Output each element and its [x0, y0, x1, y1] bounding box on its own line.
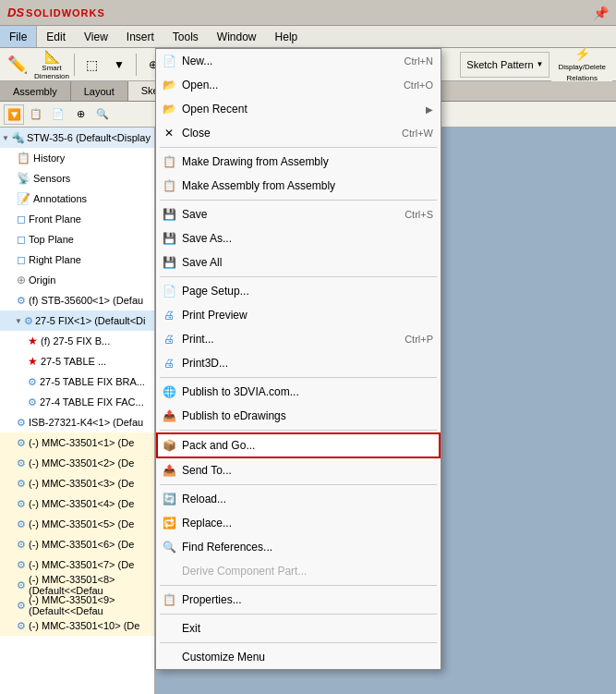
menu-help[interactable]: Help: [266, 26, 308, 47]
menu-send-to[interactable]: 📤 Send To...: [156, 458, 441, 482]
menu-new[interactable]: 📄 New... Ctrl+N: [156, 49, 441, 73]
menu-open-recent[interactable]: 📂 Open Recent ▶: [156, 97, 441, 121]
make-drawing-icon: 📋: [160, 155, 178, 168]
tb-btn-3[interactable]: ▼: [106, 52, 132, 78]
tree-stb[interactable]: ⚙ (f) STB-35600<1> (Defau: [0, 290, 154, 310]
tree-mmc-5[interactable]: ⚙ (-) MMC-33501<5> (De: [0, 514, 154, 534]
file-menu-overlay[interactable]: 📄 New... Ctrl+N 📂 Open... Ctrl+O 📂 Open …: [155, 48, 441, 670]
menu-save-as[interactable]: 💾 Save As...: [156, 226, 441, 250]
history-icon: 📋: [17, 152, 30, 164]
tree-origin[interactable]: ⊕ Origin: [0, 270, 154, 290]
tb2-btn4[interactable]: 🔍: [92, 104, 113, 125]
tree-sub-3[interactable]: ⚙ 27-5 TABLE FIX BRA...: [0, 371, 154, 392]
tree-history[interactable]: 📋 History: [0, 148, 154, 168]
print3d-icon: 🖨: [160, 357, 178, 370]
tree-sensors[interactable]: 📡 Sensors: [0, 168, 154, 189]
tab-assembly[interactable]: Assembly: [0, 81, 71, 101]
menu-make-assembly[interactable]: 📋 Make Assembly from Assembly: [156, 174, 441, 198]
menu-close[interactable]: ✕ Close Ctrl+W: [156, 121, 441, 145]
menu-tools[interactable]: Tools: [163, 26, 208, 47]
menu-print3d[interactable]: 🖨 Print3D...: [156, 351, 441, 375]
tree-mmc-4[interactable]: ⚙ (-) MMC-33501<4> (De: [0, 493, 154, 514]
mmc6-label: (-) MMC-33501<6> (De: [29, 539, 134, 550]
tree-27-5-fix[interactable]: ▼ ⚙ 27-5 FIX<1> (Default<Di: [0, 310, 154, 331]
sep4: [160, 377, 437, 378]
right-plane-icon: ◻: [17, 253, 26, 266]
tree-root-item[interactable]: ▼ 🔩 STW-35-6 (Default<Display: [0, 128, 154, 148]
menu-save[interactable]: 💾 Save Ctrl+S: [156, 202, 441, 226]
sep3: [160, 276, 437, 277]
menu-reload[interactable]: 🔄 Reload...: [156, 487, 441, 511]
tree-mmc-2[interactable]: ⚙ (-) MMC-33501<2> (De: [0, 453, 154, 473]
sub4-icon: ⚙: [28, 396, 37, 408]
menu-print-preview[interactable]: 🖨 Print Preview: [156, 303, 441, 327]
sketch-pattern-arrow: ▼: [537, 60, 544, 68]
menu-replace[interactable]: 🔁 Replace...: [156, 511, 441, 535]
mmc10-icon: ⚙: [17, 620, 26, 632]
print-preview-label: Print Preview: [182, 309, 433, 322]
publish-edrawings-label: Publish to eDrawings: [182, 409, 433, 422]
tree-mmc-9[interactable]: ⚙ (-) MMC-33501<9> (Default<<Defau: [0, 595, 154, 615]
menu-customize[interactable]: Customize Menu: [156, 645, 441, 669]
tree-sub-2[interactable]: ★ 27-5 TABLE ...: [0, 351, 154, 371]
menu-publish-3dvia[interactable]: 🌐 Publish to 3DVIA.com...: [156, 380, 441, 404]
sketch-pattern-dropdown[interactable]: Sketch Pattern ▼: [460, 52, 550, 78]
menu-save-all[interactable]: 💾 Save All: [156, 250, 441, 274]
tree-sub-1[interactable]: ★ (f) 27-5 FIX B...: [0, 331, 154, 351]
display-delete-label: Display/Delete: [558, 63, 606, 72]
right-plane-label: Right Plane: [29, 254, 81, 265]
mmc4-icon: ⚙: [17, 498, 26, 510]
tree-right-plane[interactable]: ◻ Right Plane: [0, 250, 154, 270]
open-recent-label: Open Recent: [182, 103, 422, 116]
menu-exit[interactable]: Exit: [156, 616, 441, 640]
pack-and-go-icon: 📦: [160, 439, 178, 452]
menu-window[interactable]: Window: [208, 26, 266, 47]
tree-isb[interactable]: ⚙ ISB-27321-K4<1> (Defau: [0, 412, 154, 432]
display-delete-btn[interactable]: ⚡ Display/Delete Relations: [551, 48, 612, 81]
tb-btn-2[interactable]: ⬚: [79, 52, 104, 78]
tree-mmc-1[interactable]: ⚙ (-) MMC-33501<1> (De: [0, 432, 154, 453]
27-5-fix-expand: ▼: [15, 317, 22, 325]
filter-btn[interactable]: 🔽: [4, 104, 24, 125]
stb-icon: ⚙: [17, 295, 26, 307]
menu-insert[interactable]: Insert: [117, 26, 163, 47]
tb2-btn3[interactable]: ⊕: [70, 104, 91, 125]
tree-top-plane[interactable]: ◻ Top Plane: [0, 229, 154, 250]
tree-mmc-6[interactable]: ⚙ (-) MMC-33501<6> (De: [0, 534, 154, 554]
sep8: [160, 614, 437, 615]
tree-front-plane[interactable]: ◻ Front Plane: [0, 209, 154, 229]
print-label: Print...: [182, 333, 401, 346]
origin-icon: ⊕: [17, 274, 26, 286]
save-icon: 💾: [160, 208, 178, 221]
pin-btn[interactable]: 📌: [586, 6, 616, 20]
menu-properties[interactable]: 📋 Properties...: [156, 588, 441, 612]
front-plane-label: Front Plane: [29, 213, 81, 225]
menu-publish-edrawings[interactable]: 📤 Publish to eDrawings: [156, 404, 441, 428]
tree-mmc-3[interactable]: ⚙ (-) MMC-33501<3> (De: [0, 473, 154, 493]
origin-label: Origin: [29, 274, 55, 286]
tree-sub-4[interactable]: ⚙ 27-4 TABLE FIX FAC...: [0, 392, 154, 412]
app-container: DS SOLIDWORKS 📌 File Edit View Insert To…: [0, 0, 616, 694]
open-icon: 📂: [160, 79, 178, 91]
tb2-btn1[interactable]: 📋: [26, 104, 46, 125]
menu-find-references[interactable]: 🔍 Find References...: [156, 535, 441, 559]
menu-open[interactable]: 📂 Open... Ctrl+O: [156, 73, 441, 97]
tree-mmc-8[interactable]: ⚙ (-) MMC-33501<8> (Default<<Defau: [0, 575, 154, 595]
menu-file[interactable]: File: [0, 26, 37, 47]
sketch-btn[interactable]: ✏️: [4, 51, 31, 79]
menu-make-drawing[interactable]: 📋 Make Drawing from Assembly: [156, 150, 441, 174]
menu-page-setup[interactable]: 📄 Page Setup...: [156, 279, 441, 303]
menu-edit[interactable]: Edit: [37, 26, 75, 47]
print-shortcut: Ctrl+P: [405, 334, 433, 345]
tab-layout[interactable]: Layout: [71, 81, 128, 101]
menu-view[interactable]: View: [75, 26, 117, 47]
tree-annotations[interactable]: 📝 Annotations: [0, 189, 154, 209]
tree-mmc-7[interactable]: ⚙ (-) MMC-33501<7> (De: [0, 554, 154, 575]
menu-pack-and-go[interactable]: 📦 Pack and Go...: [156, 432, 441, 458]
open-label: Open...: [182, 79, 400, 91]
tree-mmc-10[interactable]: ⚙ (-) MMC-33501<10> (De: [0, 615, 154, 636]
menu-print[interactable]: 🖨 Print... Ctrl+P: [156, 327, 441, 351]
sub4-label: 27-4 TABLE FIX FAC...: [40, 396, 144, 408]
smart-dim-btn[interactable]: 📐 Smart Dimension: [33, 51, 70, 79]
tb2-btn2[interactable]: 📄: [48, 104, 68, 125]
